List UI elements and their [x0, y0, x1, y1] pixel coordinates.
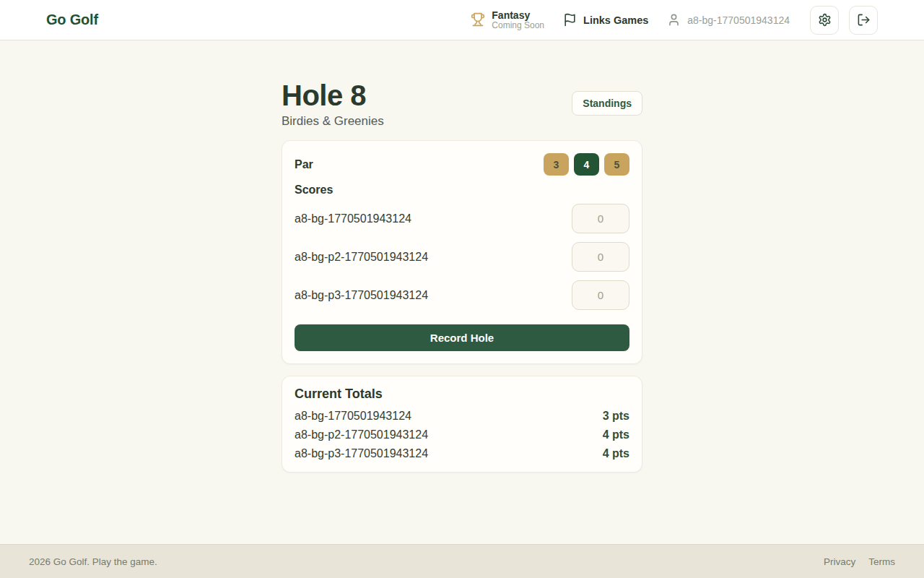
total-row: a8-bg-1770501943124 3 pts	[295, 407, 629, 426]
total-row: a8-bg-p2-1770501943124 4 pts	[295, 426, 629, 444]
total-points: 3 pts	[603, 410, 629, 423]
par-option-4[interactable]: 4	[574, 153, 599, 176]
app-logo[interactable]: Go Golf	[46, 12, 98, 28]
player-name: a8-bg-1770501943124	[295, 212, 411, 225]
main-content: Hole 8 Birdies & Greenies Standings Par …	[0, 40, 924, 544]
top-nav: Go Golf Fantasy Coming Soon	[0, 0, 924, 40]
settings-button[interactable]	[810, 6, 839, 35]
nav-item-fantasy[interactable]: Fantasy Coming Soon	[471, 9, 544, 31]
par-option-5[interactable]: 5	[604, 153, 629, 176]
logout-icon	[857, 13, 871, 27]
page-footer: 2026 Go Golf. Play the game. Privacy Ter…	[0, 544, 924, 578]
nav-user: a8-bg-1770501943124	[667, 13, 790, 27]
flag-icon	[563, 13, 577, 27]
score-row: a8-bg-1770501943124	[295, 204, 629, 233]
score-card: Par 3 4 5 Scores a8-bg-1770501943124 a8-…	[282, 140, 642, 364]
privacy-link[interactable]: Privacy	[824, 556, 855, 567]
page-title: Hole 8	[282, 78, 384, 113]
score-input-player2[interactable]	[572, 242, 629, 272]
record-hole-button[interactable]: Record Hole	[295, 324, 629, 351]
par-label: Par	[295, 158, 313, 171]
user-icon	[667, 13, 681, 27]
standings-button[interactable]: Standings	[572, 91, 642, 116]
nav-right: Fantasy Coming Soon Links Games a8-bg-17…	[471, 6, 878, 35]
links-games-label: Links Games	[583, 14, 648, 26]
total-points: 4 pts	[603, 447, 629, 460]
fantasy-label: Fantasy	[492, 9, 544, 21]
totals-title: Current Totals	[295, 387, 629, 402]
logout-button[interactable]	[849, 6, 878, 35]
scores-heading: Scores	[295, 184, 629, 197]
score-row: a8-bg-p3-1770501943124	[295, 280, 629, 310]
total-player-name: a8-bg-p2-1770501943124	[295, 428, 428, 441]
page-subtitle: Birdies & Greenies	[282, 114, 384, 129]
trophy-icon	[471, 12, 485, 27]
score-row: a8-bg-p2-1770501943124	[295, 242, 629, 272]
totals-card: Current Totals a8-bg-1770501943124 3 pts…	[282, 376, 642, 473]
copyright-text: 2026 Go Golf. Play the game.	[29, 556, 157, 567]
score-input-player3[interactable]	[572, 280, 629, 310]
par-option-3[interactable]: 3	[544, 153, 569, 176]
total-row: a8-bg-p3-1770501943124 4 pts	[295, 444, 629, 463]
player-name: a8-bg-p2-1770501943124	[295, 251, 428, 264]
total-player-name: a8-bg-p3-1770501943124	[295, 447, 428, 460]
fantasy-sublabel: Coming Soon	[492, 21, 544, 31]
score-input-player1[interactable]	[572, 204, 629, 233]
user-id-label: a8-bg-1770501943124	[687, 14, 790, 26]
terms-link[interactable]: Terms	[868, 556, 895, 567]
gear-icon	[818, 13, 832, 27]
total-points: 4 pts	[603, 428, 629, 441]
player-name: a8-bg-p3-1770501943124	[295, 289, 428, 302]
total-player-name: a8-bg-1770501943124	[295, 410, 411, 423]
par-selector: 3 4 5	[544, 153, 629, 176]
nav-item-links-games[interactable]: Links Games	[563, 13, 648, 27]
